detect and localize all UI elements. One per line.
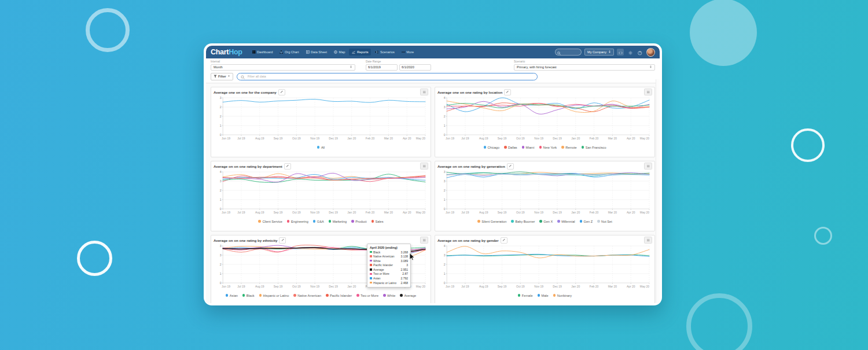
legend-label: Silent Generation <box>481 220 506 223</box>
legend-item-sales[interactable]: Sales <box>372 220 384 223</box>
legend-item-client-service[interactable]: Client Service <box>258 220 282 223</box>
legend-item-white[interactable]: White <box>383 294 395 297</box>
y-tick-label: 3 <box>220 244 222 247</box>
charts-grid: Average one on one for the company01223J… <box>206 83 660 304</box>
x-tick-label: Jun 19 <box>222 285 230 288</box>
search-icon <box>241 75 245 79</box>
legend-item-nonbinary[interactable]: Nonbinary <box>553 294 572 297</box>
legend-item-pacific-islander[interactable]: Pacific Islander <box>326 294 352 297</box>
tooltip-series-value: 3 <box>406 263 408 267</box>
legend-item-all[interactable]: All <box>317 146 325 149</box>
edit-chart-button[interactable] <box>507 163 514 170</box>
legend-item-gen-z[interactable]: Gen Z <box>580 220 593 223</box>
scenario-select[interactable]: Primary, with hiring forecast <box>514 64 655 71</box>
x-tick-label: Aug 19 <box>479 285 488 288</box>
chart-menu-button[interactable] <box>420 237 428 244</box>
global-search[interactable] <box>555 49 582 56</box>
company-selector[interactable]: My Company <box>584 49 614 56</box>
filter-button[interactable]: Filter <box>211 73 233 80</box>
charthop-logo[interactable]: ChartHop <box>211 49 242 56</box>
decorative-circle <box>814 227 832 245</box>
settings-button[interactable] <box>627 49 634 56</box>
legend-item-new-york[interactable]: New York <box>539 146 557 149</box>
nav-item-map[interactable]: Map <box>331 49 348 56</box>
chart-title: Average on on one rating by ethnicity <box>214 238 277 242</box>
nav-item-dashboard[interactable]: Dashboard <box>249 49 276 56</box>
chart-plot-area[interactable]: 01233Jun 19Jul 19Aug 19Sep 19Oct 19Nov 1… <box>437 170 652 218</box>
user-avatar[interactable] <box>646 48 655 57</box>
hamburger-icon <box>422 90 426 94</box>
nav-item-more[interactable]: More <box>399 49 417 56</box>
legend-item-dallas[interactable]: Dallas <box>504 146 517 149</box>
legend-item-native-american[interactable]: Native American <box>293 294 321 297</box>
legend-item-product[interactable]: Product <box>351 220 366 223</box>
chart-plot-area[interactable]: 01234Jun 19Jul 19Aug 19Sep 19Oct 19Nov 1… <box>437 95 652 144</box>
nav-item-label: Map <box>339 50 345 54</box>
chart-plot-area[interactable]: 01223Jun 19Jul 19Aug 19Sep 19Oct 19Nov 1… <box>214 95 428 144</box>
scenario-value: Primary, with hiring forecast <box>517 65 557 69</box>
interval-select[interactable]: Month <box>211 64 355 71</box>
legend-item-g-a[interactable]: G&A <box>313 220 324 223</box>
nav-item-data-sheet[interactable]: Data Sheet <box>303 49 330 56</box>
nav-item-scenarios[interactable]: Scenarios <box>372 49 397 56</box>
x-tick-label: Sep 19 <box>274 137 283 140</box>
chart-menu-button[interactable] <box>420 89 428 95</box>
legend-item-millennial[interactable]: Millennial <box>557 220 575 223</box>
y-tick-label: 0 <box>444 207 446 210</box>
chart-legend: ChicagoDallasMiamiNew YorkRemoteSan Fran… <box>437 145 652 150</box>
chart-menu-button[interactable] <box>644 163 652 170</box>
code-button[interactable] <box>617 49 624 56</box>
legend-item-marketing[interactable]: Marketing <box>329 220 347 223</box>
date-start-input[interactable] <box>366 64 398 71</box>
legend-item-black[interactable]: Black <box>242 294 255 297</box>
chart-card-average-one-on-one-for-the-company: Average one on one for the company01223J… <box>211 87 431 157</box>
edit-chart-button[interactable] <box>279 237 286 244</box>
legend-item-not-set[interactable]: Not Set <box>597 220 612 223</box>
decorative-circle <box>791 128 825 162</box>
help-button[interactable]: ? <box>637 49 643 56</box>
legend-item-remote[interactable]: Remote <box>561 146 577 149</box>
nav-item-org-chart[interactable]: Org Chart <box>277 49 301 56</box>
legend-item-average[interactable]: Average <box>400 294 416 297</box>
legend-item-asian[interactable]: Asian <box>226 294 238 297</box>
x-tick-label: Jun 19 <box>222 211 230 214</box>
nav-item-reports[interactable]: Reports <box>349 49 371 56</box>
legend-item-male[interactable]: Male <box>538 294 549 297</box>
legend-item-silent-generation[interactable]: Silent Generation <box>477 220 506 223</box>
legend-item-san-francisco[interactable]: San Francisco <box>582 146 606 149</box>
chart-menu-button[interactable] <box>644 89 652 95</box>
x-tick-label: Apr 20 <box>627 211 635 214</box>
filter-search[interactable] <box>237 73 538 80</box>
legend-label: San Francisco <box>586 146 606 149</box>
date-range-label: Date Range <box>366 60 431 63</box>
edit-chart-button[interactable] <box>278 89 285 95</box>
date-end-input[interactable] <box>399 64 431 71</box>
edit-chart-button[interactable] <box>504 89 511 95</box>
filter-search-input[interactable] <box>247 74 534 79</box>
legend-item-engineering[interactable]: Engineering <box>287 220 308 223</box>
legend-label: Asian <box>230 294 238 297</box>
edit-chart-button[interactable] <box>284 163 291 170</box>
legend-item-baby-boomer[interactable]: Baby Boomer <box>511 220 535 223</box>
chart-legend: FemaleMaleNonbinary <box>437 293 652 299</box>
legend-item-chicago[interactable]: Chicago <box>484 146 500 149</box>
legend-label: Female <box>522 294 533 297</box>
legend-dot <box>511 220 514 223</box>
chart-menu-button[interactable] <box>644 237 652 244</box>
legend-item-two-or-more[interactable]: Two or More <box>356 294 378 297</box>
legend-dot <box>351 220 354 223</box>
edit-chart-button[interactable] <box>501 237 507 244</box>
legend-item-female[interactable]: Female <box>518 294 533 297</box>
y-tick-label: 2 <box>220 105 222 108</box>
legend-dot <box>553 294 556 297</box>
chart-menu-button[interactable] <box>420 163 428 170</box>
x-tick-label: Feb 20 <box>590 211 599 214</box>
legend-item-miami[interactable]: Miami <box>522 146 535 149</box>
chart-plot-area[interactable]: 01234Jun 19Jul 19Aug 19Sep 19Oct 19Nov 1… <box>437 244 652 292</box>
legend-dot <box>356 294 359 297</box>
legend-item-hispanic-or-latino[interactable]: Hispanic or Latino <box>259 294 289 297</box>
legend-item-gen-x[interactable]: Gen X <box>539 220 553 223</box>
x-tick-label: Sep 19 <box>274 211 283 214</box>
scrollbar[interactable] <box>656 79 660 303</box>
chart-plot-area[interactable]: 01234Jun 19Jul 19Aug 19Sep 19Oct 19Nov 1… <box>214 170 428 218</box>
